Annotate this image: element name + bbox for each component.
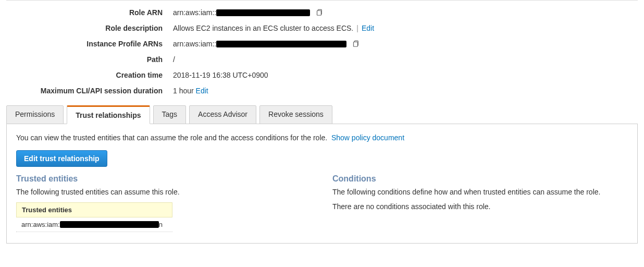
trusted-entity-suffix: n (159, 221, 163, 228)
role-arn-prefix: arn:aws:iam:: (173, 8, 216, 17)
conditions-text: The following conditions define how and … (332, 188, 628, 196)
value-creation-time: 2018-11-19 16:38 UTC+0900 (173, 71, 638, 79)
panel-description-text: You can view the trusted entities that c… (16, 134, 327, 142)
row-instance-profile: Instance Profile ARNs arn:aws:iam:: (6, 40, 638, 48)
edit-trust-relationship-button[interactable]: Edit trust relationship (16, 150, 107, 167)
trusted-entities-section: Trusted entities The following trusted e… (16, 174, 312, 232)
label-path: Path (6, 55, 173, 64)
copy-icon[interactable] (352, 40, 359, 47)
label-max-session: Maximum CLI/API session duration (6, 87, 173, 95)
trusted-entities-table-header: Trusted entities (16, 202, 172, 217)
max-session-text: 1 hour (173, 87, 194, 95)
label-role-arn: Role ARN (6, 8, 173, 17)
tab-access-advisor[interactable]: Access Advisor (189, 105, 256, 124)
tab-tags[interactable]: Tags (153, 105, 187, 124)
value-role-description: Allows EC2 instances in an ECS cluster t… (173, 24, 638, 32)
trusted-entities-heading: Trusted entities (16, 174, 312, 184)
trusted-entity-prefix: arn:aws:iam: (21, 221, 60, 228)
row-creation-time: Creation time 2018-11-19 16:38 UTC+0900 (6, 71, 638, 79)
trust-relationships-panel: You can view the trusted entities that c… (6, 124, 638, 244)
redacted-block (216, 41, 346, 47)
value-instance-profile: arn:aws:iam:: (173, 40, 638, 48)
tab-permissions[interactable]: Permissions (6, 105, 64, 124)
row-role-arn: Role ARN arn:aws:iam:: (6, 8, 638, 17)
role-details: Role ARN arn:aws:iam:: Role description … (6, 8, 638, 95)
svg-rect-0 (317, 11, 321, 16)
panel-description: You can view the trusted entities that c… (16, 134, 628, 142)
conditions-empty-text: There are no conditions associated with … (332, 202, 628, 211)
tab-trust-relationships[interactable]: Trust relationships (67, 105, 150, 124)
separator: | (356, 24, 358, 32)
value-role-arn: arn:aws:iam:: (173, 8, 638, 17)
redacted-block (216, 9, 310, 16)
show-policy-link[interactable]: Show policy document (331, 134, 404, 142)
edit-description-link[interactable]: Edit (362, 24, 374, 32)
trusted-entities-text: The following trusted entities can assum… (16, 188, 312, 196)
tab-revoke-sessions[interactable]: Revoke sessions (259, 105, 332, 124)
row-path: Path / (6, 55, 638, 64)
conditions-section: Conditions The following conditions defi… (332, 174, 628, 232)
conditions-heading: Conditions (332, 174, 628, 184)
value-path: / (173, 55, 638, 64)
value-max-session: 1 hour Edit (173, 87, 638, 95)
row-role-description: Role description Allows EC2 instances in… (6, 24, 638, 32)
copy-icon[interactable] (315, 9, 323, 16)
label-instance-profile: Instance Profile ARNs (6, 40, 173, 48)
label-role-description: Role description (6, 24, 173, 32)
redacted-block (60, 221, 159, 228)
row-max-session: Maximum CLI/API session duration 1 hour … (6, 87, 638, 95)
tabs: Permissions Trust relationships Tags Acc… (6, 105, 638, 124)
trusted-entities-row: arn:aws:iam:n (16, 217, 172, 232)
svg-rect-1 (354, 42, 358, 47)
edit-session-link[interactable]: Edit (196, 87, 208, 95)
instance-profile-prefix: arn:aws:iam:: (173, 40, 216, 48)
role-description-text: Allows EC2 instances in an ECS cluster t… (173, 24, 353, 32)
label-creation-time: Creation time (6, 71, 173, 79)
